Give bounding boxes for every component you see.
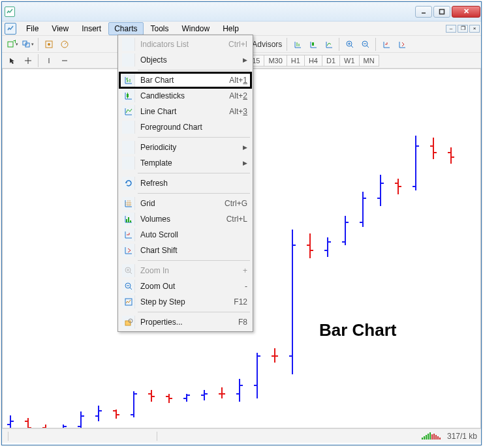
menu-periodicity[interactable]: Periodicity ▶ bbox=[119, 140, 251, 155]
cursor-button[interactable] bbox=[5, 53, 20, 68]
menu-tools[interactable]: Tools bbox=[145, 22, 175, 35]
zoom-in-icon bbox=[122, 264, 135, 277]
line-chart-icon bbox=[122, 105, 135, 118]
app-window: ✕ File View Insert Charts Tools Window H… bbox=[1, 1, 482, 445]
svg-line-26 bbox=[367, 46, 369, 48]
svg-rect-150 bbox=[125, 299, 132, 305]
connection-indicator-icon bbox=[422, 432, 441, 440]
menu-label: Foreground Chart bbox=[140, 123, 247, 132]
step-by-step-icon bbox=[122, 295, 135, 308]
menu-properties[interactable]: Properties... F8 bbox=[119, 314, 251, 330]
zoom-in-button[interactable] bbox=[342, 37, 358, 52]
submenu-arrow-icon: ▶ bbox=[243, 57, 247, 63]
menu-label: Refresh bbox=[140, 179, 247, 188]
svg-marker-32 bbox=[10, 58, 14, 64]
menu-label: Auto Scroll bbox=[140, 230, 247, 239]
menubar: File View Insert Charts Tools Window Hel… bbox=[2, 22, 481, 36]
new-chart-button[interactable]: +▾ bbox=[5, 37, 20, 52]
menu-help[interactable]: Help bbox=[217, 22, 245, 35]
menu-label: Chart Shift bbox=[140, 246, 247, 255]
market-watch-button[interactable] bbox=[41, 37, 57, 52]
menu-label: Candlesticks bbox=[140, 91, 224, 100]
menu-label: Line Chart bbox=[140, 107, 224, 116]
menu-objects[interactable]: Objects ▶ bbox=[119, 52, 251, 68]
menu-auto-scroll[interactable]: Auto Scroll bbox=[119, 227, 251, 243]
timeframe-h4[interactable]: H4 bbox=[304, 55, 322, 67]
menu-label: Step by Step bbox=[140, 297, 228, 306]
menu-shortcut: F12 bbox=[234, 297, 247, 306]
menu-shortcut: Alt+2 bbox=[229, 91, 247, 100]
menu-template[interactable]: Template ▶ bbox=[119, 155, 251, 171]
maximize-button[interactable] bbox=[433, 6, 450, 18]
close-button[interactable]: ✕ bbox=[452, 6, 480, 18]
bar-chart-button[interactable] bbox=[290, 37, 305, 52]
horizontal-line-button[interactable] bbox=[57, 53, 72, 68]
blank-icon bbox=[122, 121, 135, 134]
menu-label: Objects bbox=[140, 55, 238, 65]
menu-shortcut: - bbox=[245, 282, 247, 291]
grid-icon bbox=[122, 197, 135, 210]
mdi-controls: – ❐ × bbox=[444, 24, 481, 33]
auto-scroll-icon bbox=[122, 228, 135, 241]
menu-shortcut: Ctrl+L bbox=[226, 215, 247, 224]
navigator-button[interactable] bbox=[57, 37, 72, 52]
menu-window[interactable]: Window bbox=[176, 22, 216, 35]
menu-view[interactable]: View bbox=[46, 22, 74, 35]
auto-scroll-button[interactable] bbox=[379, 37, 394, 52]
candlesticks-icon bbox=[122, 89, 135, 102]
menu-indicators-list[interactable]: Indicators List Ctrl+I bbox=[119, 37, 251, 52]
menu-bar-chart[interactable]: Bar Chart Alt+1 bbox=[119, 72, 251, 88]
menu-charts[interactable]: Charts bbox=[108, 22, 143, 35]
timeframe-h1[interactable]: H1 bbox=[287, 55, 305, 67]
menu-label: Periodicity bbox=[140, 143, 238, 152]
titlebar: ✕ bbox=[2, 2, 481, 22]
menu-grid[interactable]: Grid Ctrl+G bbox=[119, 196, 251, 211]
menu-zoom-in[interactable]: Zoom In + bbox=[119, 263, 251, 278]
mdi-minimize-button[interactable]: – bbox=[446, 25, 456, 33]
minimize-button[interactable] bbox=[415, 6, 432, 18]
menu-step-by-step[interactable]: Step by Step F12 bbox=[119, 294, 251, 310]
submenu-arrow-icon: ▶ bbox=[243, 160, 247, 166]
menu-refresh[interactable]: Refresh bbox=[119, 175, 251, 191]
crosshair-button[interactable] bbox=[20, 53, 36, 68]
menu-label: Zoom Out bbox=[140, 282, 240, 291]
svg-line-148 bbox=[130, 288, 132, 290]
chart-shift-button[interactable] bbox=[394, 37, 410, 52]
menu-candlesticks[interactable]: Candlesticks Alt+2 bbox=[119, 88, 251, 104]
refresh-icon bbox=[122, 177, 135, 190]
menu-label: Bar Chart bbox=[140, 76, 224, 85]
candlesticks-button[interactable] bbox=[305, 37, 321, 52]
line-chart-button[interactable] bbox=[321, 37, 337, 52]
timeframe-w1[interactable]: W1 bbox=[339, 55, 360, 67]
mdi-restore-button[interactable]: ❐ bbox=[458, 25, 468, 33]
statusbar: 317/1 kb bbox=[2, 428, 481, 443]
menu-shortcut: Alt+1 bbox=[229, 76, 247, 85]
menu-insert[interactable]: Insert bbox=[76, 22, 107, 35]
svg-rect-1 bbox=[440, 9, 444, 14]
timeframe-m30[interactable]: M30 bbox=[264, 55, 287, 67]
menu-shortcut: F8 bbox=[238, 318, 247, 327]
menu-label: Properties... bbox=[140, 318, 233, 327]
menu-zoom-out[interactable]: Zoom Out - bbox=[119, 278, 251, 294]
menu-file[interactable]: File bbox=[20, 22, 44, 35]
timeframe-d1[interactable]: D1 bbox=[322, 55, 340, 67]
svg-rect-18 bbox=[312, 42, 314, 46]
menu-line-chart[interactable]: Line Chart Alt+3 bbox=[119, 104, 251, 119]
menu-label: Template bbox=[140, 158, 238, 168]
submenu-arrow-icon: ▶ bbox=[243, 144, 247, 151]
profiles-button[interactable]: ▾ bbox=[20, 37, 36, 52]
volumes-icon bbox=[122, 213, 135, 226]
vertical-line-button[interactable] bbox=[41, 53, 57, 68]
menu-shortcut: Alt+3 bbox=[229, 107, 247, 116]
menu-foreground-chart[interactable]: Foreground Chart bbox=[119, 119, 251, 135]
menu-shortcut: + bbox=[243, 266, 247, 275]
zoom-out-button[interactable] bbox=[358, 37, 373, 52]
svg-rect-151 bbox=[125, 321, 131, 325]
mdi-close-button[interactable]: × bbox=[469, 25, 480, 33]
connection-status: 317/1 kb bbox=[447, 432, 477, 441]
menu-volumes[interactable]: Volumes Ctrl+L bbox=[119, 211, 251, 227]
menu-chart-shift[interactable]: Chart Shift bbox=[119, 243, 251, 258]
timeframe-mn[interactable]: MN bbox=[359, 55, 379, 67]
menu-shortcut: Ctrl+G bbox=[225, 199, 247, 208]
svg-line-9 bbox=[65, 42, 67, 44]
